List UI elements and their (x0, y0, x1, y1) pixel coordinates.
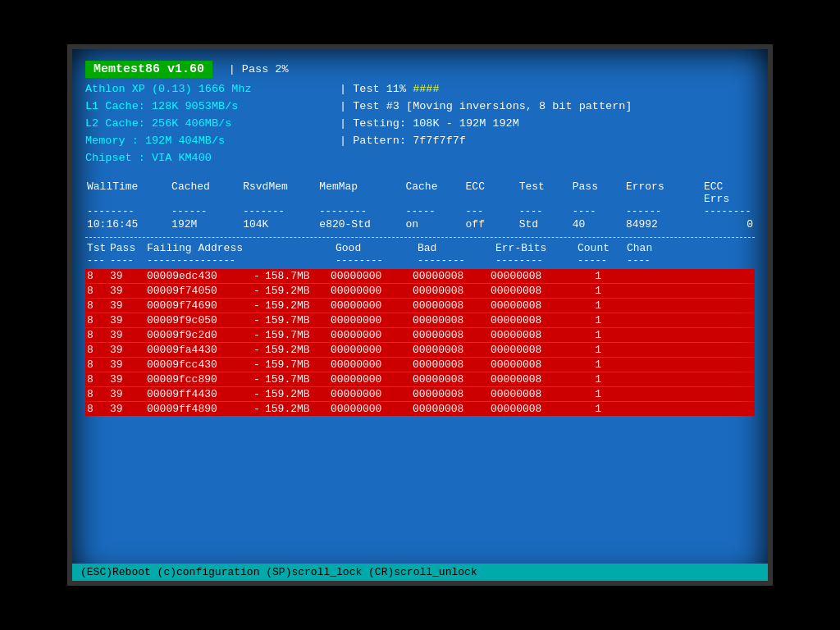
err-header-pass: Pass (110, 242, 147, 254)
stat-val-memmap: e820-Std (319, 218, 385, 231)
err-header-count: Count (578, 242, 627, 254)
table-row: 8 39 00009fcc890 - 159.7MB 00000000 0000… (85, 372, 755, 386)
stat-header-test: Test (519, 180, 552, 205)
stat-header-cache: Cache (405, 180, 445, 205)
err-header-failing: Failing Address (147, 242, 336, 254)
stat-header-walltime: WallTime (87, 180, 151, 205)
table-row: 8 39 00009f74050 - 159.2MB 00000000 0000… (85, 284, 755, 298)
table-row: 8 39 00009fcc430 - 159.7MB 00000000 0000… (85, 358, 755, 372)
error-rows: 8 39 00009edc430 - 158.7MB 00000000 0000… (85, 269, 755, 416)
stat-header-ecc: ECC (466, 180, 499, 205)
stat-header-rsvdmem: RsvdMem (243, 180, 299, 205)
err-header-tst: Tst (87, 242, 110, 254)
stat-header-memmap: MemMap (319, 180, 385, 205)
stat-val-pass: 40 (573, 218, 605, 231)
stat-val-cache: on (405, 218, 445, 231)
err-header-bad: Bad (418, 242, 495, 254)
table-row: 8 39 00009ff4430 - 159.2MB 00000000 0000… (85, 387, 755, 401)
stat-val-cached: 192M (171, 218, 222, 231)
err-header-errbits: Err-Bits (495, 242, 578, 254)
table-row: 8 39 00009f9c2d0 - 159.7MB 00000000 0000… (85, 328, 755, 342)
stat-header-errors: Errors (626, 180, 683, 205)
l2-info: L2 Cache: 256K 406MB/s (85, 116, 331, 133)
table-row: 8 39 00009ff4890 - 159.2MB 00000000 0000… (85, 402, 755, 416)
table-row: 8 39 00009f74690 - 159.2MB 00000000 0000… (85, 299, 755, 313)
stat-header-pass: Pass (573, 180, 605, 205)
test-line: | Test 11% #### (340, 81, 632, 98)
pattern-line: | Pattern: 7f7f7f7f (340, 133, 632, 150)
table-row: 8 39 00009f9c050 - 159.7MB 00000000 0000… (85, 313, 755, 327)
stat-header-eccerrs: ECC Errs (704, 180, 753, 205)
err-header-good: Good (336, 242, 418, 254)
stat-val-walltime: 10:16:45 (87, 218, 151, 231)
stat-val-rsvdmem: 104K (243, 218, 299, 231)
table-row: 8 39 00009edc430 - 158.7MB 00000000 0000… (85, 269, 755, 283)
testing-line: | Testing: 108K - 192M 192M (340, 116, 632, 133)
chipset-info: Chipset : VIA KM400 (85, 150, 331, 167)
screen: Memtest86 v1.60 | Pass 2% Athlon XP (0.1… (67, 44, 773, 586)
test3-line: | Test #3 [Moving inversions, 8 bit patt… (340, 98, 632, 116)
stat-val-eccerrs: 0 (704, 218, 753, 231)
table-row: 8 39 00009fa4430 - 159.2MB 00000000 0000… (85, 343, 755, 357)
stat-header-cached: Cached (171, 180, 222, 205)
stat-val-ecc: off (466, 218, 499, 231)
stat-val-errors: 84992 (626, 218, 683, 231)
cpu-info: Athlon XP (0.13) 1666 Mhz (85, 81, 331, 98)
memory-info: Memory : 192M 404MB/s (85, 133, 331, 150)
title-bar: Memtest86 v1.60 (85, 61, 212, 78)
l1-info: L1 Cache: 128K 9053MB/s (85, 98, 331, 116)
bottom-bar: (ESC)Reboot (c)configuration (SP)scroll_… (72, 564, 768, 581)
err-header-chan: Chan (627, 242, 660, 254)
stat-val-test: Std (519, 218, 552, 231)
